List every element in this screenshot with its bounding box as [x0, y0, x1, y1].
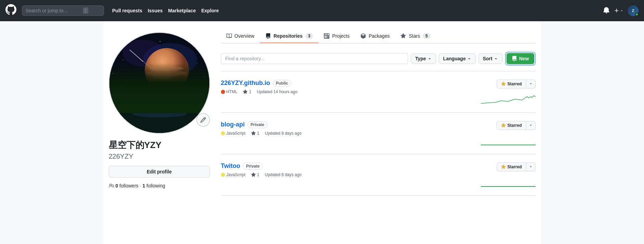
- language-dot: [221, 131, 225, 135]
- following-link[interactable]: following: [146, 183, 165, 188]
- search-bar[interactable]: /: [22, 5, 104, 16]
- starred-button-group: Starred: [497, 162, 535, 171]
- navbar-explore[interactable]: Explore: [201, 8, 219, 13]
- svg-marker-27: [192, 87, 201, 100]
- svg-marker-28: [200, 91, 207, 101]
- repo-name-link[interactable]: Twitoo: [221, 162, 240, 170]
- activity-chart: [481, 177, 536, 187]
- main-content: Overview Repositories 3 Projects Packag: [221, 29, 536, 236]
- star-icon: [251, 131, 256, 136]
- new-label: New: [519, 56, 529, 61]
- type-filter-button[interactable]: Type: [411, 53, 436, 64]
- updated-time: Updated 8 days ago: [265, 172, 301, 177]
- new-repo-button[interactable]: New: [507, 53, 534, 64]
- starred-button-group: Starred: [497, 121, 535, 130]
- repo-info: 226YZY.github.io Public HTML 1: [221, 80, 467, 94]
- svg-point-11: [203, 76, 204, 77]
- tab-overview[interactable]: Overview: [221, 29, 260, 43]
- svg-point-1: [116, 43, 116, 44]
- starred-dropdown-button[interactable]: [526, 121, 536, 130]
- svg-point-2: [136, 37, 137, 38]
- starred-button[interactable]: Starred: [497, 162, 526, 171]
- github-logo-icon[interactable]: [5, 4, 16, 17]
- language-filter-button[interactable]: Language: [439, 53, 476, 64]
- starred-dropdown-button[interactable]: [526, 80, 536, 88]
- sort-filter-button[interactable]: Sort: [478, 53, 502, 64]
- star-icon: [400, 33, 406, 39]
- plus-dropdown[interactable]: [614, 8, 623, 13]
- user-display-name: 星空下的YZY: [109, 139, 162, 151]
- tab-stars[interactable]: Stars 5: [395, 29, 436, 43]
- star-count: 1: [243, 89, 251, 94]
- navbar-links: Pull requests Issues Marketplace Explore: [112, 8, 219, 13]
- svg-marker-25: [168, 88, 177, 100]
- repo-name-link[interactable]: 226YZY.github.io: [221, 80, 270, 87]
- repo-meta: HTML 1 Updated 14 hours ago: [221, 89, 467, 94]
- navbar: / Pull requests Issues Marketplace Explo…: [0, 0, 644, 21]
- avatar-edit-button[interactable]: [196, 113, 210, 127]
- language-label: Language: [443, 56, 466, 61]
- tab-packages[interactable]: Packages: [355, 29, 395, 43]
- starred-button[interactable]: Starred: [497, 80, 526, 88]
- repo-meta: JavaScript 1 Updated 8 days ago: [221, 172, 467, 177]
- type-label: Type: [415, 56, 426, 61]
- repo-item: 226YZY.github.io Public HTML 1: [221, 71, 536, 112]
- svg-point-8: [197, 63, 197, 64]
- repos-header: Type Language Sort: [221, 52, 536, 65]
- star-count: 1: [251, 131, 260, 136]
- tab-projects[interactable]: Projects: [318, 29, 355, 43]
- star-filled-icon: [501, 164, 506, 169]
- sidebar: 星空下的YZY 226YZY Edit profile 0 followers …: [109, 29, 210, 236]
- chevron-down-icon: [467, 57, 471, 61]
- navbar-right: Z: [603, 5, 639, 16]
- chevron-down-icon: [529, 82, 533, 85]
- chevron-down-icon: [529, 123, 533, 127]
- followers-row: 0 followers · 1 following: [109, 183, 165, 188]
- status-dot: [635, 13, 639, 16]
- navbar-marketplace[interactable]: Marketplace: [168, 8, 196, 13]
- language-dot: [221, 173, 225, 177]
- repo-name-link[interactable]: blog-api: [221, 121, 245, 128]
- repo-actions: Starred: [467, 80, 536, 104]
- svg-marker-19: [119, 87, 126, 100]
- avatar[interactable]: Z: [628, 5, 639, 16]
- starred-dropdown-button[interactable]: [526, 162, 536, 171]
- svg-marker-24: [157, 86, 167, 100]
- svg-marker-22: [146, 90, 153, 101]
- star-filled-icon: [501, 82, 506, 86]
- repo-search-input[interactable]: [221, 53, 408, 64]
- navbar-issues[interactable]: Issues: [148, 8, 163, 13]
- stars-count: 1: [249, 89, 251, 94]
- starred-button-group: Starred: [497, 80, 535, 88]
- people-icon: [109, 183, 114, 188]
- new-button-highlight: New: [505, 52, 536, 65]
- tab-overview-label: Overview: [235, 33, 254, 39]
- stars-count: 1: [257, 172, 260, 177]
- starred-button[interactable]: Starred: [497, 121, 526, 130]
- tab-repositories[interactable]: Repositories 3: [260, 29, 319, 43]
- star-filled-icon: [501, 123, 506, 128]
- star-count: 1: [251, 172, 260, 177]
- repo-language: HTML: [221, 89, 238, 94]
- followers-link[interactable]: followers: [119, 183, 138, 188]
- repo-info: blog-api Private JavaScript 1: [221, 121, 467, 136]
- repo-actions: Starred: [467, 162, 536, 187]
- svg-point-6: [122, 60, 123, 60]
- navbar-pull-requests[interactable]: Pull requests: [112, 8, 142, 13]
- search-input[interactable]: [26, 8, 80, 13]
- language-dot: [221, 90, 225, 94]
- notification-bell-icon[interactable]: [603, 7, 610, 15]
- svg-marker-26: [180, 90, 190, 101]
- package-icon: [360, 33, 366, 39]
- chevron-down-icon: [428, 57, 432, 61]
- star-icon: [243, 89, 248, 94]
- followers-count: 0: [116, 183, 118, 188]
- repo-visibility-badge: Private: [248, 121, 267, 128]
- slash-key-badge: /: [83, 8, 88, 14]
- language-name: JavaScript: [226, 172, 246, 177]
- tab-packages-label: Packages: [369, 33, 390, 39]
- svg-marker-23: [109, 90, 118, 101]
- repo-info: Twitoo Private JavaScript 1: [221, 162, 467, 177]
- edit-profile-button[interactable]: Edit profile: [109, 166, 210, 178]
- repo-item: Twitoo Private JavaScript 1: [221, 154, 536, 196]
